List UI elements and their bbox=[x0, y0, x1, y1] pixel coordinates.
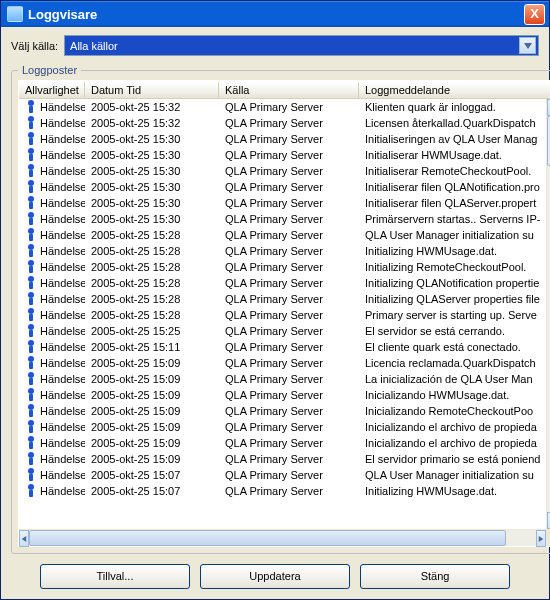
info-icon bbox=[25, 324, 37, 338]
severity-text: Händelse bbox=[40, 421, 85, 433]
datetime-cell: 2005-okt-25 15:30 bbox=[85, 197, 219, 209]
source-cell: QLA Primary Server bbox=[219, 213, 359, 225]
severity-cell: Händelse bbox=[19, 308, 85, 322]
severity-text: Händelse bbox=[40, 325, 85, 337]
source-cell: QLA Primary Server bbox=[219, 101, 359, 113]
severity-cell: Händelse bbox=[19, 404, 85, 418]
column-datetime[interactable]: Datum Tid bbox=[85, 82, 219, 98]
column-message[interactable]: Loggmeddelande bbox=[359, 82, 550, 98]
table-row[interactable]: Händelse2005-okt-25 15:30QLA Primary Ser… bbox=[19, 163, 546, 179]
table-row[interactable]: Händelse2005-okt-25 15:30QLA Primary Ser… bbox=[19, 195, 546, 211]
info-icon bbox=[25, 100, 37, 114]
chevron-down-icon[interactable] bbox=[519, 37, 536, 54]
severity-text: Händelse bbox=[40, 293, 85, 305]
table-row[interactable]: Händelse2005-okt-25 15:30QLA Primary Ser… bbox=[19, 131, 546, 147]
datetime-cell: 2005-okt-25 15:07 bbox=[85, 485, 219, 497]
close-button[interactable]: Stäng bbox=[360, 564, 510, 589]
info-icon bbox=[25, 356, 37, 370]
message-cell: El servidor se está cerrando. bbox=[359, 325, 546, 337]
table-row[interactable]: Händelse2005-okt-25 15:25QLA Primary Ser… bbox=[19, 323, 546, 339]
severity-cell: Händelse bbox=[19, 292, 85, 306]
scroll-left-icon[interactable] bbox=[19, 530, 29, 547]
table-row[interactable]: Händelse2005-okt-25 15:30QLA Primary Ser… bbox=[19, 147, 546, 163]
severity-text: Händelse bbox=[40, 309, 85, 321]
column-source[interactable]: Källa bbox=[219, 82, 359, 98]
table-row[interactable]: Händelse2005-okt-25 15:32QLA Primary Ser… bbox=[19, 99, 546, 115]
datetime-cell: 2005-okt-25 15:28 bbox=[85, 293, 219, 305]
message-cell: El cliente quark está conectado. bbox=[359, 341, 546, 353]
vertical-scrollbar[interactable] bbox=[546, 99, 550, 529]
datetime-cell: 2005-okt-25 15:30 bbox=[85, 181, 219, 193]
severity-cell: Händelse bbox=[19, 116, 85, 130]
table-row[interactable]: Händelse2005-okt-25 15:28QLA Primary Ser… bbox=[19, 227, 546, 243]
source-cell: QLA Primary Server bbox=[219, 245, 359, 257]
severity-cell: Händelse bbox=[19, 468, 85, 482]
info-icon bbox=[25, 436, 37, 450]
close-icon[interactable]: X bbox=[524, 4, 545, 25]
table-row[interactable]: Händelse2005-okt-25 15:07QLA Primary Ser… bbox=[19, 467, 546, 483]
grid-body[interactable]: Händelse2005-okt-25 15:32QLA Primary Ser… bbox=[19, 99, 546, 529]
severity-cell: Händelse bbox=[19, 452, 85, 466]
severity-cell: Händelse bbox=[19, 340, 85, 354]
message-cell: Initialiserar filen QLANotification.pro bbox=[359, 181, 546, 193]
table-row[interactable]: Händelse2005-okt-25 15:28QLA Primary Ser… bbox=[19, 275, 546, 291]
horizontal-scrollbar[interactable] bbox=[19, 529, 550, 546]
datetime-cell: 2005-okt-25 15:28 bbox=[85, 245, 219, 257]
scroll-right-icon[interactable] bbox=[536, 530, 546, 547]
datetime-cell: 2005-okt-25 15:07 bbox=[85, 469, 219, 481]
titlebar[interactable]: Loggvisare X bbox=[1, 1, 549, 27]
message-cell: Initialiserar filen QLAServer.propert bbox=[359, 197, 546, 209]
severity-text: Händelse bbox=[40, 357, 85, 369]
source-cell: QLA Primary Server bbox=[219, 149, 359, 161]
info-icon bbox=[25, 244, 37, 258]
table-row[interactable]: Händelse2005-okt-25 15:30QLA Primary Ser… bbox=[19, 211, 546, 227]
info-icon bbox=[25, 468, 37, 482]
datetime-cell: 2005-okt-25 15:32 bbox=[85, 117, 219, 129]
source-cell: QLA Primary Server bbox=[219, 181, 359, 193]
severity-text: Händelse bbox=[40, 469, 85, 481]
table-row[interactable]: Händelse2005-okt-25 15:28QLA Primary Ser… bbox=[19, 291, 546, 307]
table-row[interactable]: Händelse2005-okt-25 15:09QLA Primary Ser… bbox=[19, 435, 546, 451]
source-row: Välj källa: Alla källor bbox=[11, 35, 539, 56]
refresh-button[interactable]: Uppdatera bbox=[200, 564, 350, 589]
severity-text: Händelse bbox=[40, 437, 85, 449]
info-icon bbox=[25, 180, 37, 194]
datetime-cell: 2005-okt-25 15:11 bbox=[85, 341, 219, 353]
scroll-thumb-h[interactable] bbox=[29, 530, 506, 546]
severity-text: Händelse bbox=[40, 405, 85, 417]
datetime-cell: 2005-okt-25 15:25 bbox=[85, 325, 219, 337]
severity-text: Händelse bbox=[40, 101, 85, 113]
table-row[interactable]: Händelse2005-okt-25 15:09QLA Primary Ser… bbox=[19, 387, 546, 403]
log-viewer-window: Loggvisare X Välj källa: Alla källor Log… bbox=[0, 0, 550, 600]
table-row[interactable]: Händelse2005-okt-25 15:09QLA Primary Ser… bbox=[19, 451, 546, 467]
message-cell: Initializing HWMUsage.dat. bbox=[359, 485, 546, 497]
table-row[interactable]: Händelse2005-okt-25 15:09QLA Primary Ser… bbox=[19, 355, 546, 371]
table-row[interactable]: Händelse2005-okt-25 15:09QLA Primary Ser… bbox=[19, 403, 546, 419]
table-row[interactable]: Händelse2005-okt-25 15:28QLA Primary Ser… bbox=[19, 243, 546, 259]
source-cell: QLA Primary Server bbox=[219, 229, 359, 241]
scroll-track-h[interactable] bbox=[29, 530, 536, 546]
message-cell: Initialiserar HWMUsage.dat. bbox=[359, 149, 546, 161]
source-select[interactable]: Alla källor bbox=[64, 35, 539, 56]
table-row[interactable]: Händelse2005-okt-25 15:09QLA Primary Ser… bbox=[19, 419, 546, 435]
source-cell: QLA Primary Server bbox=[219, 453, 359, 465]
table-row[interactable]: Händelse2005-okt-25 15:32QLA Primary Ser… bbox=[19, 115, 546, 131]
source-cell: QLA Primary Server bbox=[219, 133, 359, 145]
message-cell: Primary server is starting up. Serve bbox=[359, 309, 546, 321]
table-row[interactable]: Händelse2005-okt-25 15:28QLA Primary Ser… bbox=[19, 307, 546, 323]
column-severity[interactable]: Allvarlighet bbox=[19, 82, 85, 98]
message-cell: El servidor primario se está poniend bbox=[359, 453, 546, 465]
options-button[interactable]: Tillval... bbox=[40, 564, 190, 589]
severity-text: Händelse bbox=[40, 245, 85, 257]
table-row[interactable]: Händelse2005-okt-25 15:11QLA Primary Ser… bbox=[19, 339, 546, 355]
table-row[interactable]: Händelse2005-okt-25 15:09QLA Primary Ser… bbox=[19, 371, 546, 387]
info-icon bbox=[25, 484, 37, 498]
datetime-cell: 2005-okt-25 15:30 bbox=[85, 165, 219, 177]
table-row[interactable]: Händelse2005-okt-25 15:28QLA Primary Ser… bbox=[19, 259, 546, 275]
source-cell: QLA Primary Server bbox=[219, 437, 359, 449]
table-row[interactable]: Händelse2005-okt-25 15:07QLA Primary Ser… bbox=[19, 483, 546, 499]
datetime-cell: 2005-okt-25 15:28 bbox=[85, 261, 219, 273]
table-row[interactable]: Händelse2005-okt-25 15:30QLA Primary Ser… bbox=[19, 179, 546, 195]
grid-header: Allvarlighet Datum Tid Källa Loggmeddela… bbox=[19, 81, 550, 99]
source-cell: QLA Primary Server bbox=[219, 117, 359, 129]
